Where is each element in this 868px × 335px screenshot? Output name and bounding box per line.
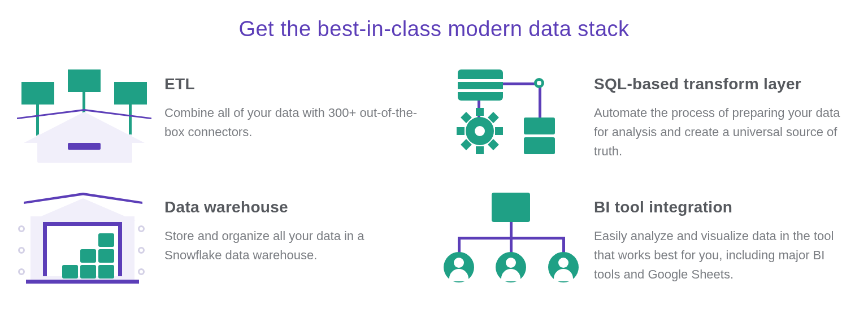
etl-icon <box>17 69 144 166</box>
feature-data-warehouse: Data warehouse Store and organize all yo… <box>17 193 424 289</box>
bi-tool-icon <box>446 193 574 289</box>
feature-title: SQL-based transform layer <box>594 75 851 93</box>
feature-etl: ETL Combine all of your data with 300+ o… <box>17 69 424 166</box>
feature-body: Combine all of your data with 300+ out-o… <box>164 103 424 142</box>
sql-transform-icon <box>446 69 574 166</box>
feature-title: BI tool integration <box>594 198 851 216</box>
feature-grid: ETL Combine all of your data with 300+ o… <box>17 69 851 289</box>
section-headline: Get the best-in-class modern data stack <box>17 17 851 41</box>
data-warehouse-icon <box>17 193 144 289</box>
feature-body: Store and organize all your data in a Sn… <box>164 227 424 265</box>
feature-body: Automate the process of preparing your d… <box>594 103 851 161</box>
feature-title: Data warehouse <box>164 198 424 216</box>
feature-body: Easily analyze and visualize data in the… <box>594 227 851 284</box>
feature-section: Get the best-in-class modern data stack … <box>0 0 868 300</box>
feature-sql-transform: SQL-based transform layer Automate the p… <box>446 69 851 166</box>
feature-bi-tool: BI tool integration Easily analyze and v… <box>446 193 851 289</box>
feature-title: ETL <box>164 75 424 93</box>
